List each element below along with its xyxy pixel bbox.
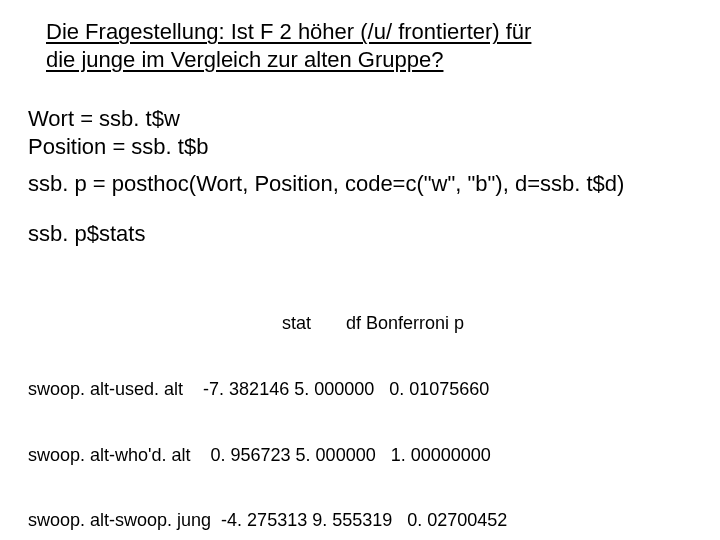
slide: Die Fragestellung: Ist F 2 höher (/u/ fr… xyxy=(0,0,720,540)
slide-title: Die Fragestellung: Ist F 2 höher (/u/ fr… xyxy=(46,18,646,73)
stats-row: swoop. alt-used. alt -7. 382146 5. 00000… xyxy=(28,379,692,401)
code-line: Position = ssb. t$b xyxy=(28,133,692,161)
title-line-1: Die Fragestellung: Ist F 2 höher (/u/ fr… xyxy=(46,19,531,44)
stats-row: swoop. alt-who'd. alt 0. 956723 5. 00000… xyxy=(28,445,692,467)
code-block: Wort = ssb. t$w Position = ssb. t$b ssb.… xyxy=(28,105,692,247)
stats-row: swoop. alt-swoop. jung -4. 275313 9. 555… xyxy=(28,510,692,532)
stats-header: stat df Bonferroni p xyxy=(28,313,692,335)
title-line-2: die junge im Vergleich zur alten Gruppe? xyxy=(46,47,443,72)
stats-output: stat df Bonferroni p swoop. alt-used. al… xyxy=(28,269,692,540)
code-line: ssb. p = posthoc(Wort, Position, code=c(… xyxy=(28,170,692,198)
code-line: Wort = ssb. t$w xyxy=(28,105,692,133)
code-line: ssb. p$stats xyxy=(28,220,692,248)
